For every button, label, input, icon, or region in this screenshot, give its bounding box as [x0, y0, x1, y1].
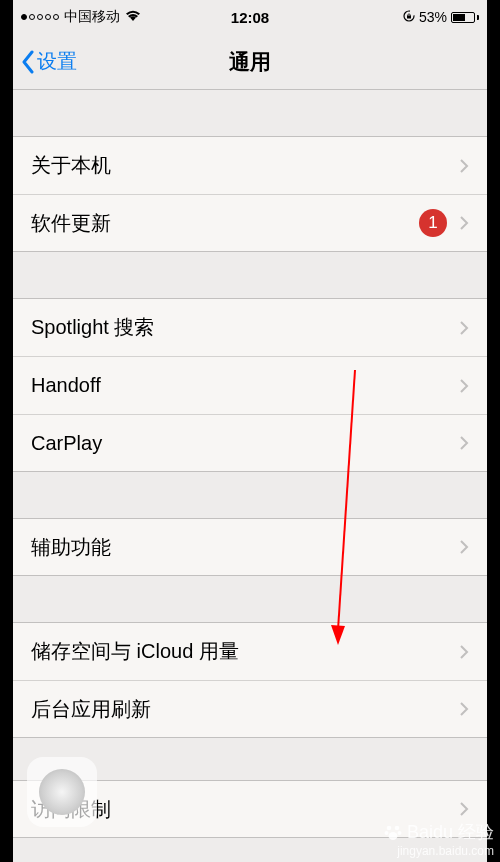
assistive-touch-button[interactable] [27, 757, 97, 827]
cell-label: 软件更新 [31, 210, 419, 237]
cell-handoff[interactable]: Handoff [13, 356, 487, 414]
cell-carplay[interactable]: CarPlay [13, 414, 487, 472]
cell-label: 关于本机 [31, 152, 459, 179]
rotation-lock-icon [403, 9, 415, 25]
cell-label: Spotlight 搜索 [31, 314, 459, 341]
cell-storage-icloud[interactable]: 储存空间与 iCloud 用量 [13, 622, 487, 680]
wifi-icon [125, 9, 141, 25]
paw-icon [383, 823, 403, 843]
nav-bar: 设置 通用 [13, 34, 487, 90]
battery-pct-label: 53% [419, 9, 447, 25]
cell-background-refresh[interactable]: 后台应用刷新 [13, 680, 487, 738]
watermark: Baidu 经验 jingyan.baidu.com [383, 822, 494, 858]
assistive-touch-icon [39, 769, 85, 815]
svg-point-3 [387, 826, 392, 831]
update-badge: 1 [419, 209, 447, 237]
cell-accessibility[interactable]: 辅助功能 [13, 518, 487, 576]
cell-label: 后台应用刷新 [31, 696, 459, 723]
settings-content[interactable]: 关于本机 软件更新 1 Spotlight 搜索 Handoff CarPlay [13, 90, 487, 838]
watermark-brand: Baidu 经验 [407, 822, 494, 844]
back-label: 设置 [37, 48, 77, 75]
svg-point-6 [397, 831, 401, 835]
svg-point-4 [395, 826, 400, 831]
chevron-right-icon [459, 158, 469, 174]
cell-spotlight[interactable]: Spotlight 搜索 [13, 298, 487, 356]
chevron-right-icon [459, 320, 469, 336]
cell-label: 储存空间与 iCloud 用量 [31, 638, 459, 665]
chevron-right-icon [459, 435, 469, 451]
chevron-right-icon [459, 701, 469, 717]
clock-label: 12:08 [231, 9, 269, 26]
cell-label: 辅助功能 [31, 534, 459, 561]
cell-about[interactable]: 关于本机 [13, 136, 487, 194]
nav-title: 通用 [229, 48, 271, 76]
battery-icon [451, 12, 479, 23]
chevron-right-icon [459, 378, 469, 394]
carrier-label: 中国移动 [64, 8, 120, 26]
watermark-url: jingyan.baidu.com [383, 844, 494, 858]
chevron-right-icon [459, 539, 469, 555]
chevron-right-icon [459, 644, 469, 660]
cell-label: CarPlay [31, 432, 459, 455]
chevron-right-icon [459, 215, 469, 231]
status-bar: 中国移动 12:08 53% [13, 0, 487, 34]
svg-point-7 [388, 832, 397, 840]
signal-strength-icon [21, 14, 59, 20]
phone-frame: 中国移动 12:08 53% 设置 通用 关于本机 [13, 0, 487, 862]
cell-software-update[interactable]: 软件更新 1 [13, 194, 487, 252]
svg-point-5 [384, 831, 388, 835]
cell-label: Handoff [31, 374, 459, 397]
chevron-right-icon [459, 801, 469, 817]
back-button[interactable]: 设置 [21, 48, 77, 75]
